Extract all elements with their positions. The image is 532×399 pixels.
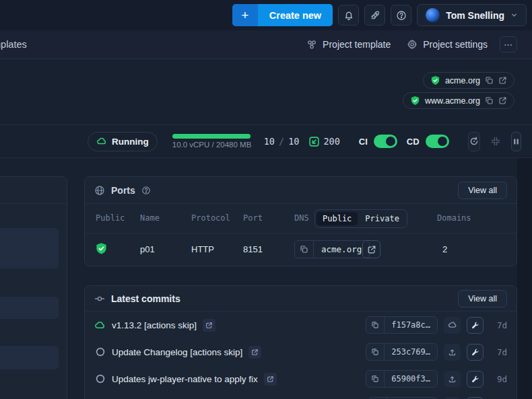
nodes-icon — [306, 39, 317, 50]
deploy-button[interactable] — [444, 317, 461, 334]
dns-toggle: Public Private — [314, 209, 407, 228]
col-name: Name — [140, 213, 160, 223]
left-panel-item[interactable] — [0, 297, 59, 319]
ports-table-header: Public Name Protocol Port DNS Public Pri… — [85, 204, 517, 233]
commit-hash-pill[interactable]: f157a8c… — [366, 316, 438, 334]
ports-view-all-button[interactable]: View all — [458, 182, 507, 199]
pipeline-button[interactable] — [467, 371, 484, 388]
commit-message: Update Changelog [actions skip] — [112, 347, 242, 357]
commit-age: 7d — [490, 320, 507, 330]
dns-private-segment[interactable]: Private — [359, 212, 405, 225]
commit-circle-icon — [94, 373, 106, 384]
commits-view-all-button[interactable]: View all — [458, 290, 507, 307]
plus-icon[interactable]: + — [232, 4, 258, 26]
whats-new-button[interactable] — [364, 5, 385, 26]
col-public: Public — [96, 213, 125, 223]
port-domain-pill[interactable]: acme.org — [294, 240, 370, 258]
create-new-button[interactable]: + Create new — [232, 4, 333, 26]
copy-icon[interactable] — [366, 371, 385, 387]
commit-row: v1.13.2 [actions skip] f157a8c… — [85, 312, 517, 338]
cloud-icon — [96, 136, 107, 147]
left-panel-item[interactable] — [0, 228, 59, 268]
project-toolbar: mplates Project template Project setting… — [0, 30, 532, 59]
copy-icon[interactable] — [366, 344, 385, 360]
copy-icon[interactable] — [485, 76, 494, 85]
project-settings-label: Project settings — [423, 39, 488, 50]
help-circle-icon[interactable] — [141, 186, 151, 195]
container-count: 10 / 10 — [264, 136, 300, 147]
table-row: p01 HTTP 8151 acme.org 2 — [85, 233, 517, 266]
left-clipped-panel — [0, 176, 67, 399]
collapse-icon — [490, 136, 501, 147]
commits-title: Latest commits — [111, 293, 180, 304]
commit-row: Update Changelog [actions skip] 253c769… — [85, 338, 517, 365]
rocket-icon — [370, 10, 380, 21]
cd-toggle[interactable] — [426, 135, 449, 148]
commit-message: Updates jw-player-native to apply fix — [112, 374, 258, 384]
gear-icon — [407, 39, 418, 50]
left-panel-header — [0, 177, 67, 204]
shield-check-icon — [95, 242, 108, 255]
truncated-nav-label: mplates — [0, 39, 27, 50]
response-icon — [308, 136, 320, 147]
project-template-link[interactable]: Project template — [306, 39, 391, 50]
shield-check-icon — [410, 96, 420, 106]
copy-icon[interactable] — [295, 241, 314, 258]
port-number: 8151 — [243, 244, 263, 254]
col-port: Port — [243, 213, 263, 223]
commit-external-link[interactable] — [264, 373, 277, 386]
commit-hash-pill[interactable]: 65900f3… — [366, 370, 438, 388]
external-link-icon[interactable] — [498, 76, 507, 85]
ci-toggle[interactable] — [374, 135, 397, 148]
commit-age: 9d — [490, 374, 507, 384]
dns-public-segment[interactable]: Public — [317, 212, 358, 225]
create-new-label[interactable]: Create new — [258, 4, 333, 26]
commits-panel: Latest commits View all v1.13.2 [actions… — [84, 285, 517, 399]
http-status-code: 200 — [323, 136, 339, 147]
domain-label: acme.org — [445, 76, 480, 85]
commit-external-link[interactable] — [203, 319, 215, 332]
commit-hash-pill[interactable]: 253c769… — [366, 343, 438, 361]
resource-label: 10.0 vCPU / 20480 MB — [172, 141, 251, 149]
toolbar-more-button[interactable]: ⋯ — [500, 36, 517, 52]
copy-icon[interactable] — [366, 317, 385, 333]
ci-toggle-group: CI — [359, 135, 397, 148]
deploy-button[interactable] — [444, 371, 461, 388]
project-settings-link[interactable]: Project settings — [407, 39, 488, 50]
port-domain: acme.org — [314, 244, 369, 254]
cd-toggle-group: CD — [407, 135, 449, 148]
notifications-button[interactable] — [338, 5, 359, 26]
left-panel-item[interactable] — [0, 346, 59, 369]
upload-icon — [448, 348, 457, 357]
commit-hash: 65900f3… — [385, 374, 437, 384]
resource-usage: 10.0 vCPU / 20480 MB — [172, 134, 251, 149]
chevron-down-icon — [510, 11, 518, 19]
external-link-icon[interactable] — [498, 96, 507, 105]
project-template-label: Project template — [323, 39, 391, 50]
commit-external-link[interactable] — [248, 346, 261, 359]
restart-icon — [469, 136, 479, 147]
page-gutter — [517, 158, 532, 399]
ports-panel: Ports View all Public Name Protocol Port… — [84, 176, 517, 266]
pipeline-button[interactable] — [467, 317, 484, 334]
collapse-button[interactable] — [490, 132, 502, 151]
commit-row: Updates jw-player-native to apply fix 65… — [85, 365, 517, 392]
restart-button[interactable] — [468, 132, 480, 151]
deploy-button[interactable] — [444, 344, 461, 361]
containers-separator: / — [279, 136, 284, 147]
external-link-icon — [367, 245, 376, 254]
domain-pill[interactable]: www.acme.org — [403, 92, 514, 109]
commit-hash: f157a8c… — [385, 320, 437, 330]
domain-pill[interactable]: acme.org — [423, 72, 514, 89]
help-button[interactable] — [391, 5, 411, 26]
user-menu[interactable]: Tom Snelling — [417, 4, 527, 26]
col-protocol: Protocol — [191, 213, 230, 223]
open-domain-button[interactable] — [362, 240, 380, 258]
user-name: Tom Snelling — [446, 10, 504, 21]
port-name: p01 — [140, 244, 155, 254]
pipeline-button[interactable] — [467, 344, 484, 361]
pause-button[interactable] — [511, 132, 521, 151]
service-status-bar: Running 10.0 vCPU / 20480 MB 10 / 10 200… — [0, 124, 532, 158]
bell-icon — [343, 10, 354, 21]
copy-icon[interactable] — [485, 96, 494, 105]
